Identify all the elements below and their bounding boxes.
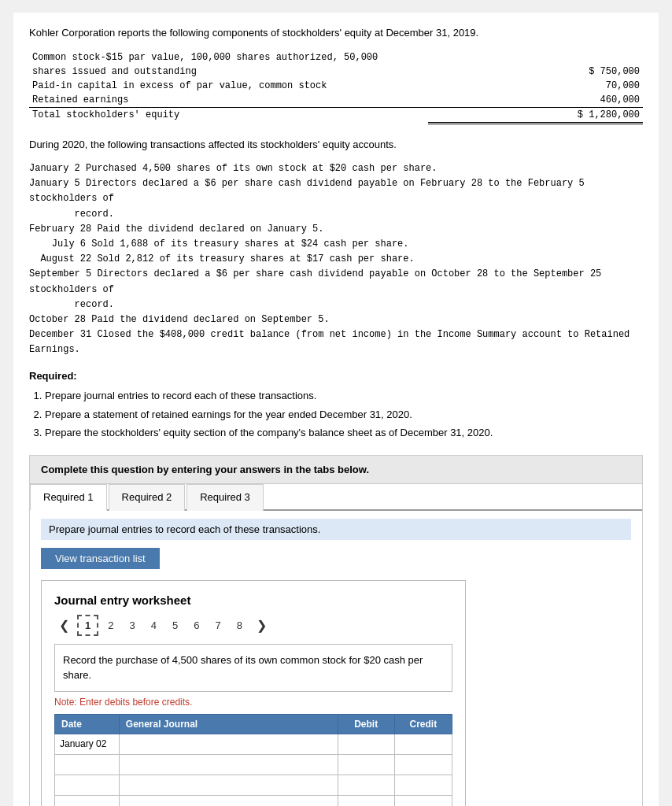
note-text: Note: Enter debits before credits. bbox=[54, 697, 452, 708]
tab-required-2[interactable]: Required 2 bbox=[109, 484, 186, 511]
table-row bbox=[55, 754, 452, 775]
tab-required-3[interactable]: Required 3 bbox=[186, 484, 264, 511]
view-transaction-list-button[interactable]: View transaction list bbox=[41, 548, 160, 569]
table-row bbox=[55, 795, 452, 806]
page-button-4[interactable]: 4 bbox=[145, 616, 163, 634]
page-button-6[interactable]: 6 bbox=[187, 616, 205, 634]
col-header-credit: Credit bbox=[394, 714, 452, 734]
during-text: During 2020, the following transactions … bbox=[29, 137, 643, 153]
journal-input[interactable] bbox=[124, 759, 333, 770]
page-button-2[interactable]: 2 bbox=[102, 616, 120, 634]
page-button-7[interactable]: 7 bbox=[209, 616, 227, 634]
journal-entry-worksheet: Journal entry worksheet ❮ 1 2 3 4 5 6 7 … bbox=[41, 580, 466, 806]
credit-cell[interactable] bbox=[394, 734, 452, 754]
equity-row-label: Common stock-$15 par value, 100,000 shar… bbox=[29, 50, 428, 65]
debit-input[interactable] bbox=[343, 738, 390, 749]
col-header-debit: Debit bbox=[338, 714, 394, 734]
table-row: January 02 bbox=[55, 734, 452, 754]
credit-input[interactable] bbox=[400, 738, 447, 749]
equity-table: Common stock-$15 par value, 100,000 shar… bbox=[29, 50, 643, 124]
tab-content: Prepare journal entries to record each o… bbox=[30, 511, 642, 806]
table-row bbox=[55, 775, 452, 795]
required-section: Required: Prepare journal entries to rec… bbox=[29, 370, 643, 442]
page-button-1[interactable]: 1 bbox=[77, 615, 98, 636]
required-list: Prepare journal entries to record each o… bbox=[29, 386, 643, 442]
col-header-date: Date bbox=[55, 714, 120, 734]
journal-table: Date General Journal Debit Credit Januar… bbox=[54, 714, 452, 806]
credit-input[interactable] bbox=[400, 759, 447, 770]
tabs-row: Required 1 Required 2 Required 3 bbox=[30, 484, 642, 511]
col-header-journal: General Journal bbox=[119, 714, 338, 734]
debit-input[interactable] bbox=[343, 779, 390, 790]
page-button-3[interactable]: 3 bbox=[123, 616, 141, 634]
debit-input[interactable] bbox=[343, 759, 390, 770]
tabs-container: Required 1 Required 2 Required 3 Prepare… bbox=[29, 484, 643, 806]
date-cell: January 02 bbox=[55, 734, 120, 754]
prev-page-button[interactable]: ❮ bbox=[54, 616, 74, 634]
transaction-description: Record the purchase of 4,500 shares of i… bbox=[54, 644, 452, 692]
tab-required-1[interactable]: Required 1 bbox=[30, 484, 107, 511]
debit-cell[interactable] bbox=[338, 734, 394, 754]
page-button-8[interactable]: 8 bbox=[231, 616, 249, 634]
page-navigation: ❮ 1 2 3 4 5 6 7 8 ❯ bbox=[54, 615, 452, 636]
journal-cell[interactable] bbox=[119, 734, 338, 754]
transactions-section: January 2 Purchased 4,500 shares of its … bbox=[29, 161, 643, 357]
credit-input[interactable] bbox=[400, 779, 447, 790]
tab-description: Prepare journal entries to record each o… bbox=[41, 519, 631, 540]
credit-input[interactable] bbox=[400, 800, 447, 806]
complete-banner: Complete this question by entering your … bbox=[29, 455, 643, 484]
journal-input[interactable] bbox=[124, 800, 333, 806]
required-label: Required: bbox=[29, 370, 643, 382]
next-page-button[interactable]: ❯ bbox=[252, 616, 271, 634]
page-button-5[interactable]: 5 bbox=[166, 616, 184, 634]
intro-text: Kohler Corporation reports the following… bbox=[29, 25, 643, 41]
journal-input[interactable] bbox=[124, 738, 333, 749]
worksheet-title: Journal entry worksheet bbox=[54, 593, 452, 607]
debit-input[interactable] bbox=[343, 800, 390, 806]
journal-input[interactable] bbox=[124, 779, 333, 790]
